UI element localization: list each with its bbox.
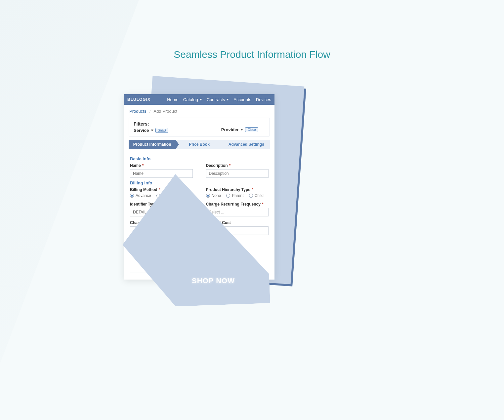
radio-advance-label: Advance	[136, 193, 151, 198]
page-headline: Seamless Product Information Flow	[174, 49, 330, 60]
screenshot-stack: BLULOGIX Home Catalog Contracts Accounts…	[126, 74, 301, 292]
filter-service-chip[interactable]: SaaS	[155, 128, 168, 133]
radio-parent[interactable]: Parent	[226, 193, 243, 198]
nav-contracts[interactable]: Contracts	[207, 97, 229, 102]
nav-accounts-label: Accounts	[233, 97, 251, 102]
name-label: Name*	[130, 163, 193, 168]
chevron-down-icon	[151, 130, 153, 131]
nav-devices-label: Devices	[256, 97, 271, 102]
section-basic-info: Basic Info	[130, 156, 269, 161]
radio-icon	[249, 194, 253, 198]
wizard-tabs: Product Information Price Book Advanced …	[129, 140, 270, 149]
radio-parent-label: Parent	[232, 193, 243, 198]
nav-home[interactable]: Home	[167, 97, 179, 102]
filter-provider-label: Provider	[221, 127, 239, 132]
app-logo: BLULOGIX	[127, 97, 150, 102]
top-nav: Home Catalog Contracts Accounts Devices	[167, 97, 271, 102]
charge-freq-label: Charge Recurring Frequency*	[206, 202, 269, 207]
radio-none-label: None	[212, 193, 221, 198]
filter-service[interactable]: Service SaaS	[134, 128, 168, 133]
name-input[interactable]	[130, 169, 193, 178]
radio-none[interactable]: None	[206, 193, 221, 198]
filters-title: Filters:	[134, 121, 168, 127]
tab-advanced-label: Advanced Settings	[229, 142, 264, 147]
radio-child[interactable]: Child	[249, 193, 264, 198]
chevron-down-icon	[199, 99, 202, 100]
filter-provider-chip[interactable]: Cisco	[245, 127, 258, 132]
chevron-down-icon	[240, 129, 243, 131]
radio-advance[interactable]: Advance	[130, 193, 151, 198]
nav-devices[interactable]: Devices	[256, 97, 271, 102]
chevron-down-icon	[226, 99, 229, 100]
nav-accounts[interactable]: Accounts	[233, 97, 251, 102]
tab-price-book[interactable]: Price Book	[176, 140, 223, 149]
description-input[interactable]	[206, 169, 269, 178]
breadcrumb: Products / Add Product	[124, 105, 274, 118]
shop-now-cta[interactable]: SHOP NOW	[192, 277, 235, 285]
hierarchy-label: Product Hierarchy Type*	[206, 187, 269, 192]
radio-icon	[130, 194, 134, 198]
topbar: BLULOGIX Home Catalog Contracts Accounts…	[124, 94, 274, 105]
nav-catalog[interactable]: Catalog	[183, 97, 202, 102]
radio-icon	[226, 194, 230, 198]
tab-price-book-label: Price Book	[189, 142, 210, 147]
filters-panel: Filters: Service SaaS Provider Cisco	[129, 118, 270, 136]
breadcrumb-separator: /	[149, 109, 151, 114]
section-billing-info: Billing Info	[130, 180, 269, 185]
tab-product-info[interactable]: Product Information	[129, 140, 176, 149]
identifier-value: DETAIL	[133, 210, 147, 214]
radio-child-label: Child	[255, 193, 264, 198]
breadcrumb-current: Add Product	[153, 109, 177, 114]
tab-product-info-label: Product Information	[133, 142, 171, 147]
filter-provider[interactable]: Provider Cisco	[221, 127, 258, 132]
nav-contracts-label: Contracts	[207, 97, 225, 102]
nav-catalog-label: Catalog	[183, 97, 198, 102]
nav-home-label: Home	[167, 97, 179, 102]
charge-freq-select[interactable]: Select ...	[206, 208, 269, 216]
breadcrumb-root[interactable]: Products	[129, 109, 146, 114]
description-label: Description*	[206, 163, 269, 168]
filter-service-label: Service	[134, 128, 149, 133]
radio-icon	[206, 194, 210, 198]
tab-advanced[interactable]: Advanced Settings	[223, 140, 270, 149]
